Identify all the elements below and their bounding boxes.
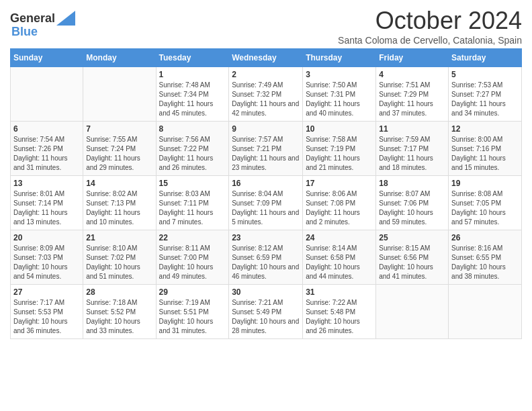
calendar-cell <box>83 67 156 122</box>
day-header-saturday: Saturday <box>449 49 522 67</box>
svg-marker-0 <box>56 11 75 26</box>
calendar-cell: 23Sunrise: 8:12 AM Sunset: 6:59 PM Dayli… <box>229 230 303 285</box>
calendar-cell: 12Sunrise: 8:00 AM Sunset: 7:16 PM Dayli… <box>449 122 522 176</box>
calendar-week-row: 6Sunrise: 7:54 AM Sunset: 7:26 PM Daylig… <box>11 122 522 176</box>
day-number: 9 <box>232 124 300 134</box>
day-info: Sunrise: 8:03 AM Sunset: 7:11 PM Dayligh… <box>159 189 226 227</box>
day-info: Sunrise: 7:59 AM Sunset: 7:17 PM Dayligh… <box>379 135 445 173</box>
logo-text-blue: Blue <box>11 26 38 39</box>
day-number: 29 <box>159 287 226 297</box>
calendar-cell: 27Sunrise: 7:17 AM Sunset: 5:53 PM Dayli… <box>11 285 83 339</box>
day-info: Sunrise: 7:21 AM Sunset: 5:49 PM Dayligh… <box>232 298 300 336</box>
day-info: Sunrise: 7:49 AM Sunset: 7:32 PM Dayligh… <box>232 81 300 118</box>
day-info: Sunrise: 8:06 AM Sunset: 7:08 PM Dayligh… <box>306 189 373 227</box>
day-number: 30 <box>232 287 300 297</box>
day-number: 15 <box>159 179 226 188</box>
subtitle: Santa Coloma de Cervello, Catalonia, Spa… <box>338 35 522 46</box>
logo-text: General <box>10 12 55 26</box>
day-info: Sunrise: 7:50 AM Sunset: 7:31 PM Dayligh… <box>306 81 373 118</box>
calendar-cell: 16Sunrise: 8:04 AM Sunset: 7:09 PM Dayli… <box>229 176 303 230</box>
day-info: Sunrise: 8:14 AM Sunset: 6:58 PM Dayligh… <box>306 244 373 281</box>
day-number: 3 <box>306 70 373 79</box>
calendar-cell: 24Sunrise: 8:14 AM Sunset: 6:58 PM Dayli… <box>303 230 376 285</box>
day-number: 2 <box>232 70 300 79</box>
day-number: 10 <box>306 124 373 134</box>
day-info: Sunrise: 8:04 AM Sunset: 7:09 PM Dayligh… <box>232 189 300 227</box>
calendar-cell <box>11 67 83 122</box>
day-number: 28 <box>86 287 152 297</box>
calendar-cell: 2Sunrise: 7:49 AM Sunset: 7:32 PM Daylig… <box>229 67 303 122</box>
calendar-table: SundayMondayTuesdayWednesdayThursdayFrid… <box>10 48 522 339</box>
calendar-week-row: 20Sunrise: 8:09 AM Sunset: 7:03 PM Dayli… <box>11 230 522 285</box>
day-info: Sunrise: 7:58 AM Sunset: 7:19 PM Dayligh… <box>306 135 373 173</box>
day-info: Sunrise: 7:54 AM Sunset: 7:26 PM Dayligh… <box>13 135 80 173</box>
title-block: October 2024 Santa Coloma de Cervello, C… <box>338 7 522 46</box>
calendar-cell: 31Sunrise: 7:22 AM Sunset: 5:48 PM Dayli… <box>303 285 376 339</box>
day-info: Sunrise: 7:51 AM Sunset: 7:29 PM Dayligh… <box>379 81 445 118</box>
day-info: Sunrise: 8:10 AM Sunset: 7:02 PM Dayligh… <box>86 244 152 281</box>
day-number: 7 <box>86 124 152 134</box>
calendar-cell: 5Sunrise: 7:53 AM Sunset: 7:27 PM Daylig… <box>449 67 522 122</box>
calendar-cell <box>449 285 522 339</box>
calendar-cell: 13Sunrise: 8:01 AM Sunset: 7:14 PM Dayli… <box>11 176 83 230</box>
day-info: Sunrise: 7:17 AM Sunset: 5:53 PM Dayligh… <box>13 298 80 336</box>
calendar-week-row: 1Sunrise: 7:48 AM Sunset: 7:34 PM Daylig… <box>11 67 522 122</box>
calendar-cell: 20Sunrise: 8:09 AM Sunset: 7:03 PM Dayli… <box>11 230 83 285</box>
calendar-cell: 25Sunrise: 8:15 AM Sunset: 6:56 PM Dayli… <box>376 230 449 285</box>
day-info: Sunrise: 7:18 AM Sunset: 5:52 PM Dayligh… <box>86 298 152 336</box>
day-number: 19 <box>451 179 519 188</box>
calendar-cell: 3Sunrise: 7:50 AM Sunset: 7:31 PM Daylig… <box>303 67 376 122</box>
page-header: General Blue October 2024 Santa Coloma d… <box>10 7 522 46</box>
calendar-cell: 30Sunrise: 7:21 AM Sunset: 5:49 PM Dayli… <box>229 285 303 339</box>
day-info: Sunrise: 7:56 AM Sunset: 7:22 PM Dayligh… <box>159 135 226 173</box>
calendar-header-row: SundayMondayTuesdayWednesdayThursdayFrid… <box>11 49 522 67</box>
day-number: 26 <box>451 233 519 242</box>
day-number: 16 <box>232 179 300 188</box>
calendar-cell: 14Sunrise: 8:02 AM Sunset: 7:13 PM Dayli… <box>83 176 156 230</box>
day-info: Sunrise: 7:53 AM Sunset: 7:27 PM Dayligh… <box>451 81 519 118</box>
day-number: 31 <box>306 287 373 297</box>
day-info: Sunrise: 8:15 AM Sunset: 6:56 PM Dayligh… <box>379 244 445 281</box>
calendar-cell: 29Sunrise: 7:19 AM Sunset: 5:51 PM Dayli… <box>156 285 229 339</box>
calendar-cell: 22Sunrise: 8:11 AM Sunset: 7:00 PM Dayli… <box>156 230 229 285</box>
calendar-cell: 18Sunrise: 8:07 AM Sunset: 7:06 PM Dayli… <box>376 176 449 230</box>
day-info: Sunrise: 7:19 AM Sunset: 5:51 PM Dayligh… <box>159 298 226 336</box>
day-info: Sunrise: 7:22 AM Sunset: 5:48 PM Dayligh… <box>306 298 373 336</box>
day-number: 27 <box>13 287 80 297</box>
day-info: Sunrise: 8:00 AM Sunset: 7:16 PM Dayligh… <box>451 135 519 173</box>
day-number: 20 <box>13 233 80 242</box>
day-number: 18 <box>379 179 445 188</box>
day-number: 21 <box>86 233 152 242</box>
day-number: 8 <box>159 124 226 134</box>
day-number: 11 <box>379 124 445 134</box>
day-number: 6 <box>13 124 80 134</box>
day-number: 24 <box>306 233 373 242</box>
day-header-friday: Friday <box>376 49 449 67</box>
day-number: 4 <box>379 70 445 79</box>
day-number: 17 <box>306 179 373 188</box>
calendar-week-row: 13Sunrise: 8:01 AM Sunset: 7:14 PM Dayli… <box>11 176 522 230</box>
calendar-cell: 11Sunrise: 7:59 AM Sunset: 7:17 PM Dayli… <box>376 122 449 176</box>
calendar-cell <box>376 285 449 339</box>
day-info: Sunrise: 8:08 AM Sunset: 7:05 PM Dayligh… <box>451 189 519 227</box>
calendar-cell: 4Sunrise: 7:51 AM Sunset: 7:29 PM Daylig… <box>376 67 449 122</box>
day-number: 1 <box>159 70 226 79</box>
calendar-week-row: 27Sunrise: 7:17 AM Sunset: 5:53 PM Dayli… <box>11 285 522 339</box>
logo-icon <box>56 11 75 26</box>
day-info: Sunrise: 8:12 AM Sunset: 6:59 PM Dayligh… <box>232 244 300 281</box>
day-number: 12 <box>451 124 519 134</box>
day-number: 25 <box>379 233 445 242</box>
day-header-monday: Monday <box>83 49 156 67</box>
calendar-cell: 1Sunrise: 7:48 AM Sunset: 7:34 PM Daylig… <box>156 67 229 122</box>
day-header-wednesday: Wednesday <box>229 49 303 67</box>
calendar-cell: 6Sunrise: 7:54 AM Sunset: 7:26 PM Daylig… <box>11 122 83 176</box>
day-info: Sunrise: 8:07 AM Sunset: 7:06 PM Dayligh… <box>379 189 445 227</box>
calendar-cell: 17Sunrise: 8:06 AM Sunset: 7:08 PM Dayli… <box>303 176 376 230</box>
day-info: Sunrise: 8:01 AM Sunset: 7:14 PM Dayligh… <box>13 189 80 227</box>
month-title: October 2024 <box>338 7 522 35</box>
day-info: Sunrise: 8:11 AM Sunset: 7:00 PM Dayligh… <box>159 244 226 281</box>
day-number: 5 <box>451 70 519 79</box>
day-info: Sunrise: 7:55 AM Sunset: 7:24 PM Dayligh… <box>86 135 152 173</box>
logo: General Blue <box>10 12 75 39</box>
calendar-cell: 10Sunrise: 7:58 AM Sunset: 7:19 PM Dayli… <box>303 122 376 176</box>
